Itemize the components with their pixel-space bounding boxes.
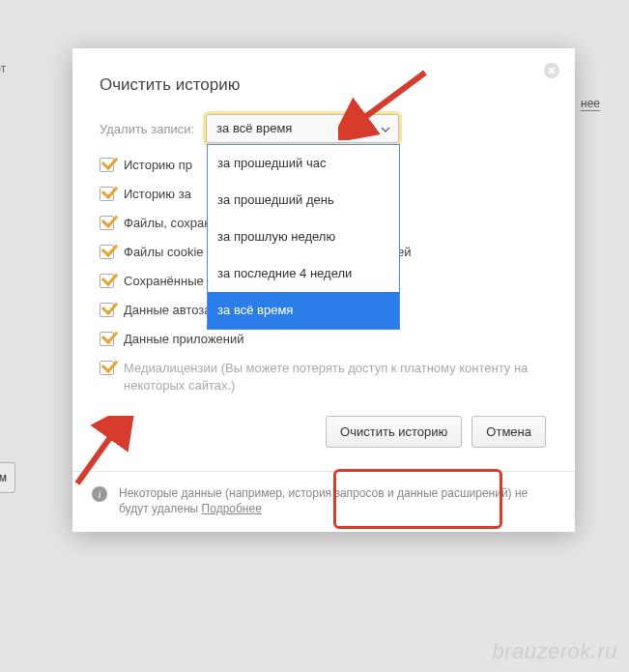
close-button[interactable] <box>542 62 561 81</box>
footer-text: Некоторые данные (например, история запр… <box>119 486 528 515</box>
checkbox[interactable] <box>100 361 114 375</box>
checkbox[interactable] <box>100 303 114 317</box>
checkbox[interactable] <box>100 332 114 346</box>
chevron-down-icon <box>381 115 390 142</box>
time-range-dropdown: за прошедший часза прошедший деньза прош… <box>207 144 400 330</box>
dropdown-option[interactable]: за всё время <box>208 292 399 329</box>
checkbox[interactable] <box>100 245 114 259</box>
time-range-select[interactable]: за всё время за прошедший часза прошедши… <box>206 114 399 143</box>
checkbox[interactable] <box>100 216 114 230</box>
checkbox-label: Данные приложений <box>124 331 244 348</box>
dropdown-option[interactable]: за прошедший день <box>208 182 399 219</box>
dropdown-option[interactable]: за последние 4 недели <box>208 255 399 292</box>
cancel-button[interactable]: Отмена <box>472 416 546 448</box>
clear-history-button[interactable]: Очистить историю <box>326 416 462 448</box>
footer-more-link[interactable]: Подробнее <box>202 502 262 515</box>
time-range-value: за всё время <box>216 121 292 135</box>
checkbox[interactable] <box>100 187 114 201</box>
info-icon: i <box>92 486 107 502</box>
checkbox-label: Историю пр <box>124 157 192 174</box>
checkbox-label: Медиалицензии (Вы можете потерять доступ… <box>124 360 548 394</box>
time-range-label: Удалить записи: <box>100 122 194 136</box>
checkbox[interactable] <box>100 274 114 288</box>
checkbox[interactable] <box>100 158 114 172</box>
clear-history-dialog: Очистить историю Удалить записи: за всё … <box>72 48 575 532</box>
dropdown-option[interactable]: за прошедший час <box>208 145 399 182</box>
checkbox-row: Данные приложений <box>100 331 548 348</box>
dropdown-option[interactable]: за прошлую неделю <box>208 219 399 255</box>
checkbox-row: Медиалицензии (Вы можете потерять доступ… <box>100 360 548 394</box>
dialog-footer: i Некоторые данные (например, история за… <box>72 471 575 532</box>
checkbox-label: Историю за <box>124 186 191 203</box>
dialog-title: Очистить историю <box>100 75 548 95</box>
